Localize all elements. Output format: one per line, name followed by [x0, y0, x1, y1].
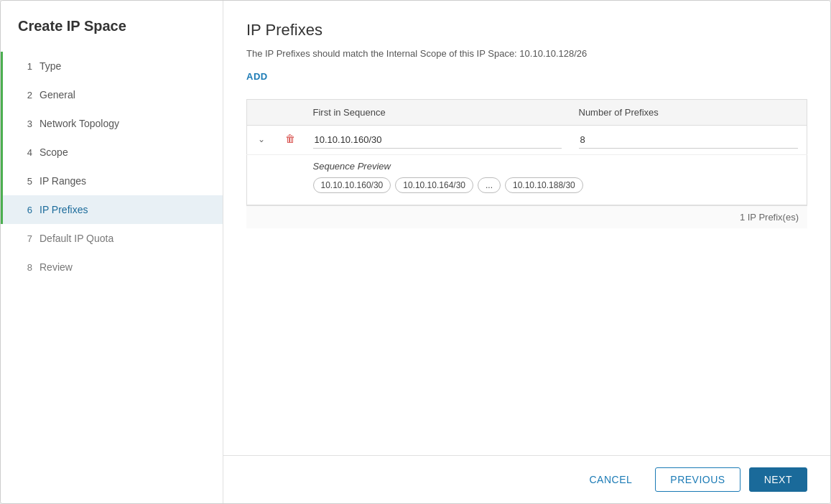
cancel-button[interactable]: CANCEL [575, 467, 647, 492]
step-num-5: 5 [18, 176, 32, 187]
sidebar-label-general: General [40, 89, 75, 101]
sidebar-item-ip-ranges[interactable]: 5 IP Ranges [1, 167, 223, 195]
sequence-chips: 10.10.10.160/30 10.10.10.164/30 ... 10.1… [313, 177, 799, 193]
step-num-8: 8 [18, 262, 32, 273]
sidebar-item-default-ip-quota[interactable]: 7 Default IP Quota [1, 224, 223, 253]
step-num-3: 3 [18, 118, 32, 129]
sidebar-label-default-ip-quota: Default IP Quota [40, 233, 113, 244]
next-button[interactable]: NEXT [749, 467, 807, 492]
sequence-preview-cell: Sequence Preview 10.10.10.160/30 10.10.1… [305, 155, 807, 205]
sidebar-label-review: Review [40, 261, 73, 273]
chip-1: 10.10.10.160/30 [313, 177, 391, 193]
num-prefixes-cell [570, 126, 807, 155]
col-expand [247, 100, 276, 126]
col-first-header: First in Sequence [305, 100, 570, 126]
sidebar-label-network-topology: Network Topology [40, 118, 119, 129]
table-row: ⌄ 🗑 [247, 126, 807, 155]
modal-wrapper: Create IP Space 1 Type 2 General 3 Netwo… [0, 0, 831, 504]
delete-icon[interactable]: 🗑 [285, 133, 295, 144]
chip-last: 10.10.10.188/30 [505, 177, 583, 193]
sidebar-item-network-topology[interactable]: 3 Network Topology [1, 109, 223, 138]
sidebar-label-ip-prefixes: IP Prefixes [40, 204, 88, 215]
num-prefixes-input[interactable] [579, 131, 799, 149]
modal-body: Create IP Space 1 Type 2 General 3 Netwo… [1, 1, 830, 503]
sequence-preview-label: Sequence Preview [313, 161, 799, 172]
sidebar-title: Create IP Space [1, 18, 223, 52]
sidebar-label-ip-ranges: IP Ranges [40, 175, 86, 187]
page-title: IP Prefixes [246, 21, 807, 39]
sidebar-item-type[interactable]: 1 Type [1, 52, 223, 80]
step-num-6: 6 [18, 205, 32, 215]
sidebar-label-type: Type [40, 60, 61, 72]
prefix-count: 1 IP Prefix(es) [740, 212, 799, 223]
first-in-seq-cell [305, 126, 570, 155]
page-description: The IP Prefixes should match the Interna… [246, 48, 807, 59]
content-area: IP Prefixes The IP Prefixes should match… [223, 1, 830, 455]
sidebar: Create IP Space 1 Type 2 General 3 Netwo… [1, 1, 223, 503]
bottom-bar: CANCEL PREVIOUS NEXT [223, 455, 830, 503]
step-num-7: 7 [18, 233, 32, 244]
sequence-preview-row: Sequence Preview 10.10.10.160/30 10.10.1… [247, 155, 807, 205]
col-num-header: Number of Prefixes [570, 100, 807, 126]
previous-button[interactable]: PREVIOUS [655, 467, 740, 492]
sidebar-item-scope[interactable]: 4 Scope [1, 138, 223, 167]
chip-2: 10.10.10.164/30 [395, 177, 473, 193]
step-num-4: 4 [18, 147, 32, 158]
chevron-down-icon[interactable]: ⌄ [258, 134, 265, 144]
add-link[interactable]: ADD [246, 71, 268, 82]
sidebar-item-review[interactable]: 8 Review [1, 253, 223, 281]
step-num-2: 2 [18, 90, 32, 101]
prefix-table: First in Sequence Number of Prefixes ⌄ 🗑 [246, 99, 807, 205]
sidebar-item-ip-prefixes[interactable]: 6 IP Prefixes [1, 195, 223, 224]
table-footer: 1 IP Prefix(es) [246, 205, 807, 228]
first-in-seq-input[interactable] [313, 131, 562, 149]
col-actions [276, 100, 305, 126]
main-content: IP Prefixes The IP Prefixes should match… [223, 1, 830, 503]
sidebar-item-general[interactable]: 2 General [1, 80, 223, 109]
step-num-1: 1 [18, 61, 32, 72]
sidebar-label-scope: Scope [40, 146, 68, 158]
chip-ellipsis: ... [478, 177, 501, 193]
